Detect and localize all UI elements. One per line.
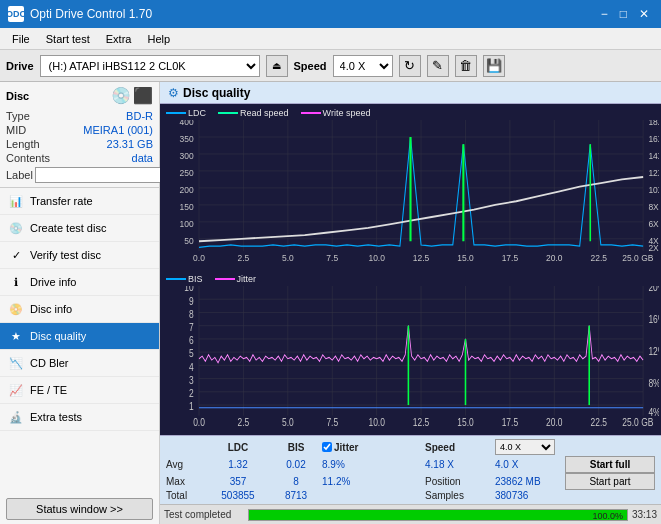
- avg-speed: 4.18 X: [425, 459, 495, 470]
- stats-jitter-header: Jitter: [322, 442, 425, 453]
- main-content: Disc 💿 ⬛ Type BD-R MID MEIRA1 (001) Leng…: [0, 82, 661, 524]
- maximize-button[interactable]: □: [616, 7, 631, 21]
- nav-fe-te[interactable]: 📈 FE / TE: [0, 377, 159, 404]
- charts-area: LDC Read speed Write speed: [160, 104, 661, 435]
- svg-text:8%: 8%: [648, 376, 659, 388]
- svg-text:12.5: 12.5: [413, 416, 429, 428]
- stats-ldc-header: LDC: [206, 442, 270, 453]
- svg-text:6: 6: [189, 334, 194, 346]
- speed-select[interactable]: 4.0 X: [333, 55, 393, 77]
- nav-transfer-rate-label: Transfer rate: [30, 195, 93, 207]
- disc-quality-title: Disc quality: [183, 86, 250, 100]
- extra-tests-icon: 🔬: [8, 409, 24, 425]
- svg-text:400: 400: [180, 120, 194, 127]
- total-samples: 380736: [495, 490, 565, 501]
- status-window-button[interactable]: Status window >>: [6, 498, 153, 520]
- write-button[interactable]: ✎: [427, 55, 449, 77]
- stats-total-row: Total 503855 8713 Samples 380736: [166, 490, 655, 501]
- menu-extra[interactable]: Extra: [98, 31, 140, 47]
- minimize-button[interactable]: −: [597, 7, 612, 21]
- total-label: Total: [166, 490, 206, 501]
- drive-select[interactable]: (H:) ATAPI iHBS112 2 CL0K: [40, 55, 260, 77]
- drive-eject-button[interactable]: ⏏: [266, 55, 288, 77]
- type-label: Type: [6, 110, 30, 122]
- stats-avg-row: Avg 1.32 0.02 8.9% 4.18 X 4.0 X Start fu…: [166, 456, 655, 473]
- bis-chart-svg: 10 9 8 7 6 5 4 3 2 1 20% 16% 12% 8% 4%: [162, 286, 659, 432]
- max-bis: 8: [270, 476, 322, 487]
- fe-te-icon: 📈: [8, 382, 24, 398]
- svg-text:10X: 10X: [648, 184, 659, 195]
- disc-header: Disc 💿 ⬛: [6, 86, 153, 105]
- nav-cd-bler[interactable]: 📉 CD Bler: [0, 350, 159, 377]
- svg-text:10.0: 10.0: [368, 252, 384, 263]
- start-part-button[interactable]: Start part: [565, 473, 655, 490]
- label-label: Label: [6, 169, 33, 181]
- disc-type-row: Type BD-R: [6, 109, 153, 123]
- svg-text:12.5: 12.5: [413, 252, 429, 263]
- svg-text:17.5: 17.5: [502, 252, 518, 263]
- nav-create-test-disc-label: Create test disc: [30, 222, 106, 234]
- jitter-checkbox[interactable]: [322, 442, 332, 452]
- status-text: Test completed: [164, 509, 244, 520]
- svg-text:20.0: 20.0: [546, 252, 562, 263]
- read-speed-legend-color: [218, 112, 238, 114]
- avg-speed-right: 4.0 X: [495, 459, 565, 470]
- max-jitter: 11.2%: [322, 476, 425, 487]
- nav-disc-info-label: Disc info: [30, 303, 72, 315]
- label-input[interactable]: [35, 167, 164, 183]
- nav-disc-quality[interactable]: ★ Disc quality: [0, 323, 159, 350]
- refresh-button[interactable]: ↻: [399, 55, 421, 77]
- svg-text:25.0 GB: 25.0 GB: [622, 416, 653, 428]
- max-position: 23862 MB: [495, 476, 565, 487]
- close-button[interactable]: ✕: [635, 7, 653, 21]
- nav-verify-test-disc[interactable]: ✓ Verify test disc: [0, 242, 159, 269]
- start-full-button[interactable]: Start full: [565, 456, 655, 473]
- contents-label: Contents: [6, 152, 50, 164]
- drivebar: Drive (H:) ATAPI iHBS112 2 CL0K ⏏ Speed …: [0, 50, 661, 82]
- svg-text:12%: 12%: [648, 344, 659, 356]
- stats-speed-select[interactable]: 4.0 X: [495, 439, 555, 455]
- svg-text:2: 2: [189, 387, 194, 399]
- svg-text:5.0: 5.0: [282, 252, 294, 263]
- stats-header: LDC BIS Jitter Speed 4.0 X: [166, 439, 655, 456]
- svg-text:300: 300: [180, 150, 194, 161]
- type-value: BD-R: [126, 110, 153, 122]
- svg-text:0.0: 0.0: [193, 416, 205, 428]
- chart2-legend: BIS Jitter: [162, 272, 659, 286]
- titlebar-controls: − □ ✕: [597, 7, 653, 21]
- erase-button[interactable]: 🗑: [455, 55, 477, 77]
- nav-transfer-rate[interactable]: 📊 Transfer rate: [0, 188, 159, 215]
- app-title: Opti Drive Control 1.70: [30, 7, 152, 21]
- right-panel: ⚙ Disc quality LDC Read speed: [160, 82, 661, 524]
- nav-drive-info[interactable]: ℹ Drive info: [0, 269, 159, 296]
- svg-text:22.5: 22.5: [590, 252, 606, 263]
- svg-text:7.5: 7.5: [326, 252, 338, 263]
- nav-extra-tests[interactable]: 🔬 Extra tests: [0, 404, 159, 431]
- disc-quality-icon: ★: [8, 328, 24, 344]
- svg-text:10: 10: [184, 286, 193, 294]
- progress-bar-inner: [249, 510, 627, 520]
- left-panel: Disc 💿 ⬛ Type BD-R MID MEIRA1 (001) Leng…: [0, 82, 160, 524]
- disc-mid-row: MID MEIRA1 (001): [6, 123, 153, 137]
- drive-info-icon: ℹ: [8, 274, 24, 290]
- svg-text:150: 150: [180, 201, 194, 212]
- svg-text:20.0: 20.0: [546, 416, 562, 428]
- save-button[interactable]: 💾: [483, 55, 505, 77]
- nav-disc-info[interactable]: 📀 Disc info: [0, 296, 159, 323]
- ldc-chart-container: LDC Read speed Write speed: [162, 106, 659, 268]
- menu-file[interactable]: File: [4, 31, 38, 47]
- svg-text:15.0: 15.0: [457, 416, 473, 428]
- nav-items: 📊 Transfer rate 💿 Create test disc ✓ Ver…: [0, 188, 159, 494]
- svg-text:250: 250: [180, 167, 194, 178]
- disc-label-row: Label ✎: [6, 167, 153, 183]
- create-test-disc-icon: 💿: [8, 220, 24, 236]
- nav-create-test-disc[interactable]: 💿 Create test disc: [0, 215, 159, 242]
- svg-text:5.0: 5.0: [282, 416, 294, 428]
- menu-help[interactable]: Help: [139, 31, 178, 47]
- transfer-rate-icon: 📊: [8, 193, 24, 209]
- disc-icons: 💿 ⬛: [111, 86, 153, 105]
- stats-max-row: Max 357 8 11.2% Position 23862 MB Start …: [166, 473, 655, 490]
- menu-start-test[interactable]: Start test: [38, 31, 98, 47]
- samples-label: Samples: [425, 490, 495, 501]
- time-text: 33:13: [632, 509, 657, 520]
